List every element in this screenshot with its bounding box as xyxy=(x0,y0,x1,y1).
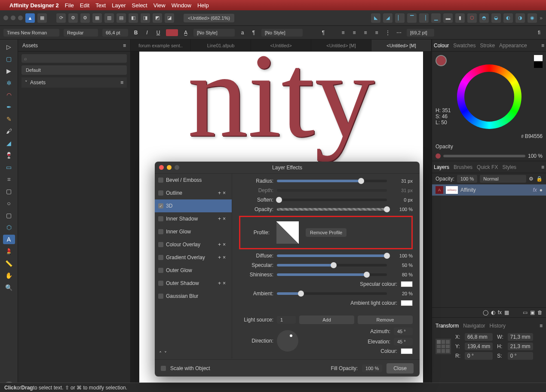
tab-2[interactable]: <Untitled> xyxy=(251,40,311,51)
misc3-icon[interactable]: ◩ xyxy=(153,13,162,23)
add-icon[interactable]: + xyxy=(218,216,221,222)
layer-lock2-icon[interactable]: 🔒 xyxy=(536,176,543,182)
assets-category-select[interactable]: Default xyxy=(21,65,127,75)
ambient-slider[interactable] xyxy=(277,292,387,295)
blend-mode-select[interactable]: Normal xyxy=(480,175,526,183)
pen-tool-icon[interactable]: ✒ xyxy=(3,102,15,112)
tab-3[interactable]: <Untitled> [M] xyxy=(311,40,371,51)
place-tool-icon[interactable]: ▭ xyxy=(3,162,15,172)
add-layer-icon[interactable]: ▭ xyxy=(523,309,528,315)
bool3-icon[interactable]: ◐ xyxy=(503,13,513,23)
ligature-icon[interactable]: fi xyxy=(536,30,543,36)
add-icon[interactable]: + xyxy=(218,190,221,196)
layer-opacity-input[interactable]: 100 % xyxy=(457,175,477,183)
fx-item-outline[interactable]: Outline+× xyxy=(155,187,232,199)
document-title[interactable]: <Untitled> (682.1%) xyxy=(184,14,234,22)
shininess-slider[interactable] xyxy=(277,273,387,276)
para-style-select[interactable]: [No Style] xyxy=(261,29,303,37)
dist-v-icon[interactable]: ▮ xyxy=(455,13,465,23)
artboard-tool-icon[interactable]: ▢ xyxy=(3,54,15,64)
specular-colour-swatch[interactable] xyxy=(401,281,413,287)
adjust-icon[interactable]: ◐ xyxy=(491,309,495,315)
menu-window[interactable]: Window xyxy=(172,2,191,9)
ellipse-tool-icon[interactable]: ○ xyxy=(3,199,15,208)
align-r-icon[interactable]: ≡ xyxy=(362,30,369,36)
tab-4[interactable]: <Untitled> [M] xyxy=(371,40,432,51)
leading-input[interactable]: [69,2 pt] xyxy=(407,29,434,37)
para-a-icon[interactable]: a xyxy=(239,30,246,36)
add-icon[interactable]: + xyxy=(218,242,221,248)
node-tool-icon[interactable]: ▶ xyxy=(3,66,15,76)
contour-tool-icon[interactable]: ✲ xyxy=(3,78,15,88)
bold-icon[interactable]: B xyxy=(132,30,139,36)
tab-1[interactable]: Line01.afpub xyxy=(191,40,251,51)
swatch-black[interactable] xyxy=(534,62,543,68)
prev-fx-icon[interactable]: ˄ xyxy=(159,351,162,357)
fx-checkbox[interactable]: ✓ xyxy=(158,203,163,208)
tab-styles[interactable]: Styles xyxy=(502,164,516,170)
layers-menu-icon[interactable]: ≡ xyxy=(541,164,544,170)
x-input[interactable]: 66,8 mm xyxy=(465,333,493,341)
align-left-icon[interactable]: ▏ xyxy=(395,13,405,23)
snap-icon[interactable]: ⬡ xyxy=(467,13,477,23)
tab-brushes[interactable]: Brushes xyxy=(454,164,472,170)
crop-tool-icon[interactable]: ⌗ xyxy=(3,175,15,184)
t-reflect-icon[interactable]: ◣ xyxy=(371,13,380,23)
fx-opacity-slider[interactable] xyxy=(277,208,387,211)
rounded-tool-icon[interactable]: ▢ xyxy=(3,211,15,220)
tab-transform[interactable]: Transform xyxy=(436,323,459,329)
eyedropper-tool-icon[interactable]: 💄 xyxy=(3,247,15,256)
remove-icon[interactable]: × xyxy=(223,242,226,248)
fx-item-inner-shadow[interactable]: Inner Shadow+× xyxy=(155,212,232,225)
tab-appearance[interactable]: Appearance xyxy=(499,43,527,49)
close-button[interactable]: Close xyxy=(386,363,414,374)
bool5-icon[interactable]: ◉ xyxy=(528,13,537,23)
fx-item-gaussian-blur[interactable]: Gaussian Blur xyxy=(155,290,232,303)
menu-view[interactable]: View xyxy=(153,2,166,9)
swatch-white[interactable] xyxy=(534,55,543,61)
font-style-select[interactable]: Regular xyxy=(64,29,98,37)
transparency-tool-icon[interactable]: 🍷 xyxy=(3,150,15,160)
radius-slider[interactable] xyxy=(277,180,387,182)
fx-checkbox[interactable] xyxy=(158,229,163,234)
move-tool-icon[interactable]: ▷ xyxy=(3,42,15,52)
colour-menu-icon[interactable]: ≡ xyxy=(541,43,544,49)
underline-icon[interactable]: U xyxy=(155,30,162,36)
align-top-icon[interactable]: ▔ xyxy=(407,13,417,23)
canvas-text[interactable]: nity xyxy=(187,52,375,165)
fill-tool-icon[interactable]: ◢ xyxy=(3,138,15,148)
corner-tool-icon[interactable]: ◠ xyxy=(3,90,15,100)
visibility-icon[interactable]: ● xyxy=(540,187,543,193)
menu-help[interactable]: Help xyxy=(197,2,209,9)
fx-checkbox[interactable] xyxy=(158,242,163,247)
specular-slider[interactable] xyxy=(277,264,387,266)
menu-select[interactable]: Select xyxy=(132,2,147,9)
measure-tool-icon[interactable]: 📏 xyxy=(3,259,15,268)
text-tool-icon[interactable]: A xyxy=(3,235,15,244)
fx-item-bevel-emboss[interactable]: Bevel / Emboss xyxy=(155,174,232,187)
colour-wheel[interactable]: H: 351S: 46L: 50 # B94556 xyxy=(432,52,546,142)
tab-quickfx[interactable]: Quick FX xyxy=(477,164,498,170)
min-dot-icon[interactable] xyxy=(167,165,172,170)
fx-checkbox[interactable] xyxy=(158,268,163,273)
profile-widget[interactable] xyxy=(276,221,299,244)
t-mirror-icon[interactable]: ◢ xyxy=(383,13,393,23)
char-style-select[interactable]: [No Style] xyxy=(193,29,235,37)
opacity-slider[interactable] xyxy=(443,155,525,157)
fill-opacity-input[interactable]: 100 % xyxy=(362,364,382,372)
tab-swatches[interactable]: Swatches xyxy=(453,43,475,49)
light-colour-swatch[interactable] xyxy=(401,348,413,354)
max-dot-icon[interactable] xyxy=(175,165,179,170)
list-b-icon[interactable]: ⋮ xyxy=(384,30,391,36)
italic-icon[interactable]: I xyxy=(144,30,150,36)
tab-stroke[interactable]: Stroke xyxy=(480,43,495,49)
fill-circle[interactable] xyxy=(436,55,447,66)
gear-icon[interactable]: ⚙ xyxy=(68,13,78,23)
fx-item-colour-overlay[interactable]: Colour Overlay+× xyxy=(155,238,232,251)
bool4-icon[interactable]: ◑ xyxy=(515,13,525,23)
assets-search[interactable]: ⌕ xyxy=(21,54,127,63)
mask-icon[interactable]: ◯ xyxy=(483,309,488,315)
remove-icon[interactable]: × xyxy=(223,216,226,222)
fx-checkbox[interactable] xyxy=(158,216,163,221)
close-dot-icon[interactable] xyxy=(159,165,164,170)
